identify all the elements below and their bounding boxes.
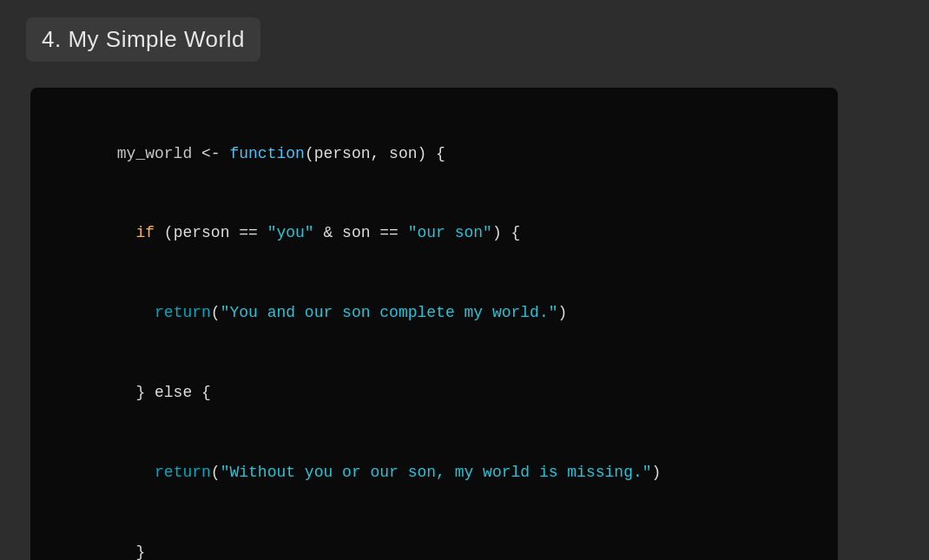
token xyxy=(117,464,155,481)
code-line-2: if (person == "you" & son == "our son") … xyxy=(61,194,807,273)
token: return xyxy=(155,304,211,321)
title-badge: 4. My Simple World xyxy=(26,17,260,62)
code-line-3: return("You and our son complete my worl… xyxy=(61,273,807,353)
token xyxy=(117,224,136,241)
token: "You and our son complete my world." xyxy=(221,304,558,321)
token: } else { xyxy=(117,384,211,401)
code-block: my_world <- function(person, son) { if (… xyxy=(30,88,838,560)
token: if xyxy=(135,224,155,241)
token: (person, son) { xyxy=(305,145,445,162)
code-line-4: } else { xyxy=(61,352,807,432)
token: return xyxy=(155,464,211,481)
code-line-1: my_world <- function(person, son) { xyxy=(61,114,807,194)
page-title: 4. My Simple World xyxy=(42,26,245,52)
token: "you" xyxy=(267,224,314,241)
token: "Without you or our son, my world is mis… xyxy=(221,464,652,481)
token: ) { xyxy=(492,224,520,241)
page-container: 4. My Simple World my_world <- function(… xyxy=(0,0,929,560)
token: (person == xyxy=(155,224,267,241)
token: my_world xyxy=(117,145,192,162)
token: & son == xyxy=(314,224,408,241)
token xyxy=(117,304,155,321)
token: "our son" xyxy=(408,224,492,241)
token: function xyxy=(229,145,304,162)
token: ) xyxy=(558,304,568,321)
token: ( xyxy=(211,304,221,321)
code-line-6: } xyxy=(61,512,807,560)
token: ( xyxy=(211,464,221,481)
code-line-5: return("Without you or our son, my world… xyxy=(61,432,807,512)
token: <- xyxy=(192,145,229,162)
token: } xyxy=(117,544,145,561)
token: ) xyxy=(652,464,662,481)
